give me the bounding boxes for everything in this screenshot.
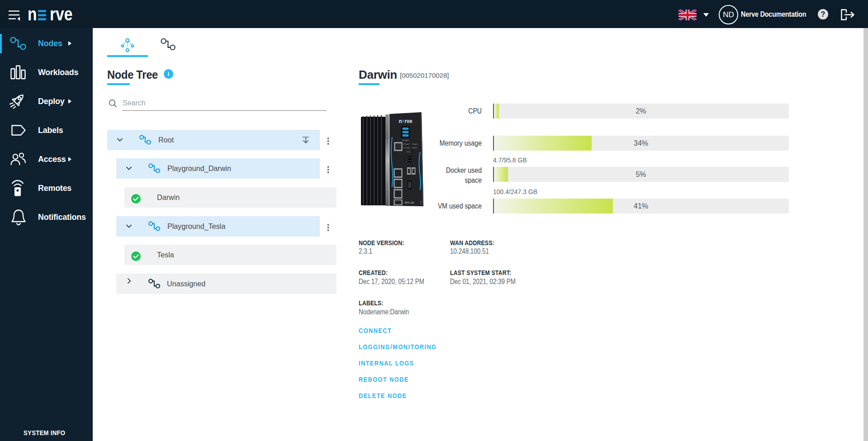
svg-text:n≡rve: n≡rve xyxy=(399,118,413,124)
svg-text:Reset: Reset xyxy=(407,151,411,153)
